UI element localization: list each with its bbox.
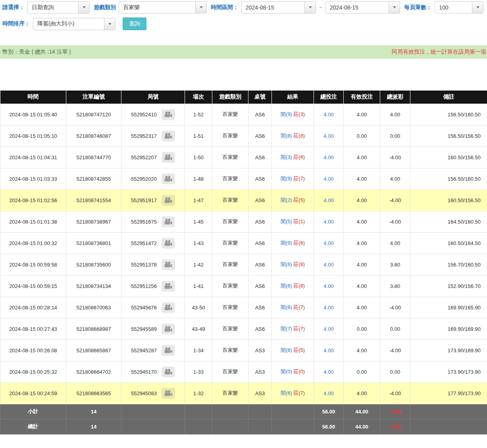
chevron-down-icon[interactable] (472, 2, 483, 13)
total-bet-link[interactable]: 4.00 (323, 369, 333, 375)
cell-game: 百家樂 (212, 318, 248, 340)
player-result: 閒(2) (281, 197, 292, 203)
total-bet-link[interactable]: 4.00 (323, 283, 333, 289)
empty-cell (248, 404, 272, 419)
date-to-dropdown[interactable]: 2024-08-15 (325, 1, 400, 14)
chevron-down-icon[interactable] (104, 18, 115, 30)
cell-time: 2024-08-15 00:24:59 (0, 382, 66, 404)
empty-cell (121, 404, 185, 419)
query-type-dropdown[interactable]: 日期查詢 (27, 1, 90, 14)
total-bet-link[interactable]: 4.00 (323, 262, 333, 268)
chevron-down-icon[interactable] (195, 2, 206, 13)
cell-valid-bet: 4.00 (344, 168, 380, 189)
cell-time: 2024-08-15 01:02:56 (0, 189, 66, 211)
date-from-dropdown[interactable]: 2024-08-15 (241, 1, 316, 14)
cell-bet-id: 521808742855 (66, 168, 121, 189)
cell-result: 閒(8) 莊(5) (272, 340, 314, 361)
total-bet-link[interactable]: 4.00 (323, 176, 333, 182)
cell-round-id: 552945170 (121, 361, 185, 382)
cell-note: 160.50/156.50 (410, 147, 487, 168)
video-replay-icon[interactable] (162, 345, 175, 356)
cell-table: AS3 (248, 340, 272, 361)
cell-round-id: 552945287 (121, 340, 185, 361)
total-bet-link[interactable]: 4.00 (323, 348, 333, 353)
player-result: 閒(5) (281, 218, 292, 224)
cell-payout: -4.00 (380, 297, 410, 318)
cell-round-id: 552945083 (121, 382, 185, 404)
total-bet-link[interactable]: 4.00 (323, 240, 333, 246)
cell-bet-id: 521808747120 (66, 104, 121, 125)
cell-session: 1-41 (185, 275, 212, 297)
total-bet-link[interactable]: 4.00 (323, 326, 333, 332)
total-bet-link[interactable]: 4.00 (323, 390, 333, 396)
video-replay-icon[interactable] (162, 174, 175, 184)
cell-time: 2024-08-15 01:05:40 (0, 104, 66, 125)
col-header-result: 結果 (272, 91, 314, 104)
video-replay-icon[interactable] (162, 367, 175, 377)
table-row: 2024-08-15 00:59:15521808734134552951256… (0, 275, 487, 297)
table-row: 2024-08-15 01:02:56521808741554552951917… (0, 189, 487, 211)
video-replay-icon[interactable] (162, 324, 175, 334)
table-footer: 小計 14 56.00 44.00 -4.40 總計 14 5 (0, 404, 487, 434)
cell-result: 閒(7) 莊(7) (272, 318, 314, 340)
round-number: 552952207 (131, 154, 157, 160)
total-bet-link[interactable]: 4.00 (323, 133, 333, 139)
cell-note: 169.90/165.90 (410, 297, 487, 318)
cell-table: AS6 (248, 104, 272, 125)
cell-time: 2024-08-15 01:04:31 (0, 147, 66, 168)
total-bet-link[interactable]: 4.00 (323, 305, 333, 311)
cell-note: 160.50/156.50 (410, 189, 487, 211)
cell-round-id: 552945589 (121, 318, 185, 340)
cell-note: 177.90/173.90 (410, 382, 487, 404)
cell-game: 百家樂 (212, 340, 248, 361)
cell-round-id: 552952410 (121, 104, 185, 125)
query-button[interactable]: 查詢 (123, 17, 146, 30)
video-replay-icon[interactable] (162, 216, 175, 227)
total-bet-link[interactable]: 4.00 (323, 219, 333, 225)
video-replay-icon[interactable] (162, 259, 175, 270)
total-bet-link[interactable]: 4.00 (323, 112, 333, 118)
video-replay-icon[interactable] (162, 302, 175, 313)
cell-bet-id: 521808664702 (66, 361, 121, 382)
cell-bet-id: 521808670063 (66, 297, 121, 318)
chevron-down-icon[interactable] (389, 2, 400, 13)
cell-payout: 0.00 (380, 125, 410, 147)
cell-game: 百家樂 (212, 297, 248, 318)
cell-table: AS3 (248, 361, 272, 382)
filter-bar: 請選擇： 日期查詢 遊戲類別 百家樂 時間區間： 2024-08-15 ~ 20… (0, 0, 487, 30)
round-number: 552951378 (131, 262, 157, 268)
video-replay-icon[interactable] (162, 109, 175, 120)
player-result: 閒(7) (281, 326, 292, 332)
sort-dropdown[interactable]: 降冪(由大到小) (33, 18, 115, 30)
cell-result: 閒(6) 莊(8) (272, 254, 314, 275)
chevron-down-icon[interactable] (304, 2, 316, 13)
cell-time: 2024-08-15 01:05:10 (0, 125, 66, 147)
cell-game: 百家樂 (212, 125, 248, 147)
cell-valid-bet: 4.00 (344, 382, 380, 404)
cell-payout: 3.80 (380, 254, 410, 275)
video-replay-icon[interactable] (162, 152, 175, 163)
video-replay-icon[interactable] (162, 388, 175, 399)
per-page-dropdown[interactable]: 100 (435, 1, 483, 14)
cell-table: AS6 (248, 125, 272, 147)
total-bet-link[interactable]: 4.00 (323, 154, 333, 160)
video-replay-icon[interactable] (162, 195, 175, 206)
cell-bet-id: 521808665867 (66, 340, 121, 361)
cell-table: AS6 (248, 168, 272, 189)
video-replay-icon[interactable] (162, 281, 175, 292)
game-type-dropdown[interactable]: 百家樂 (119, 1, 207, 14)
video-replay-icon[interactable] (162, 238, 175, 249)
filter-row-1: 請選擇： 日期查詢 遊戲類別 百家樂 時間區間： 2024-08-15 ~ 20… (2, 1, 487, 14)
table-row: 2024-08-15 00:27:43521808668987552945589… (0, 318, 487, 340)
sort-value: 降冪(由大到小) (33, 18, 104, 30)
subtotal-count: 14 (66, 404, 121, 419)
cell-note: 169.90/169.90 (410, 318, 487, 340)
cell-bet-id: 521808668987 (66, 318, 121, 340)
round-number: 552945676 (131, 305, 157, 311)
chevron-down-icon[interactable] (78, 2, 89, 13)
cell-table: AS6 (248, 297, 272, 318)
total-bet-link[interactable]: 4.00 (323, 197, 333, 203)
video-replay-icon[interactable] (162, 131, 175, 141)
cell-table: AS6 (248, 232, 272, 254)
table-row: 2024-08-15 01:05:10521808746087552952317… (0, 125, 487, 147)
